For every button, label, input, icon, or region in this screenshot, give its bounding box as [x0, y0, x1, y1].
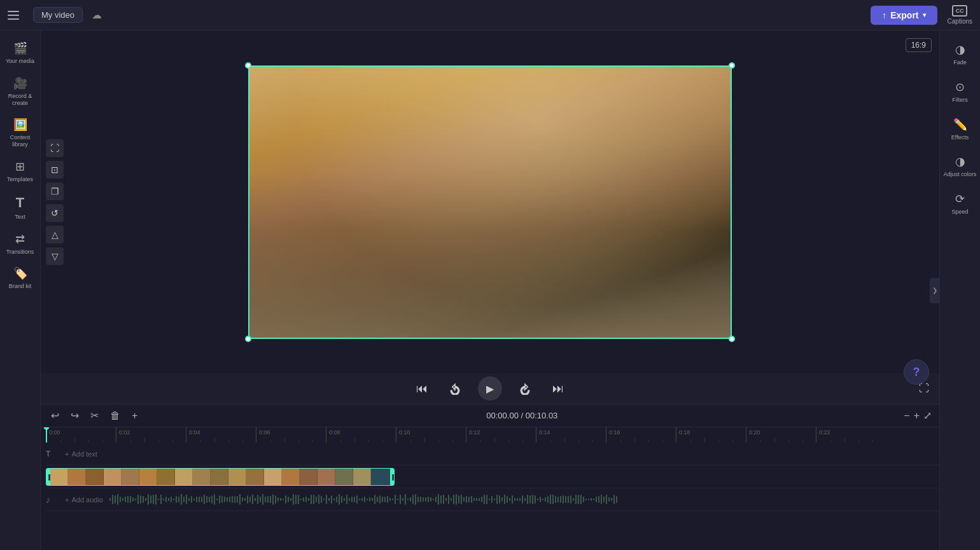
forward-button[interactable]: 5	[515, 378, 535, 399]
export-button[interactable]: ↑ Export ▾	[871, 6, 937, 25]
handle-top-right[interactable]	[729, 62, 735, 69]
clip-thumbnail	[50, 469, 68, 485]
effects-icon: ✏️	[953, 118, 967, 132]
waveform-bar	[364, 497, 365, 502]
waveform-bar	[239, 494, 241, 504]
speed-icon: ⟳	[955, 192, 965, 206]
waveform-bar	[570, 495, 571, 503]
clone-tool-btn[interactable]: ❐	[46, 182, 64, 200]
waveform-bar	[336, 497, 337, 503]
sidebar-item-record-create[interactable]: 🎥 Record & create	[0, 71, 40, 112]
crop-tool-btn[interactable]: ⊡	[46, 161, 64, 179]
flip-h-tool-btn[interactable]: △	[46, 226, 64, 244]
waveform-bar	[168, 498, 169, 501]
waveform-bar	[349, 498, 350, 500]
waveform-bar	[565, 496, 566, 504]
sidebar-item-text[interactable]: T Text	[0, 189, 40, 226]
waveform-bar	[221, 496, 223, 503]
waveform-bar	[606, 495, 607, 505]
flip-v-tool-btn[interactable]: ▽	[46, 247, 64, 265]
right-tool-speed[interactable]: ⟳ Speed	[940, 186, 980, 222]
waveform-bar	[333, 498, 335, 501]
zoom-out-button[interactable]: −	[904, 409, 909, 422]
right-tool-filters[interactable]: ⊙ Filters	[940, 74, 980, 110]
waveform-bar	[216, 498, 218, 500]
handle-top-left[interactable]	[245, 62, 251, 69]
fullscreen-tool-btn[interactable]: ⛶	[46, 139, 64, 157]
waveform-bar	[395, 495, 396, 504]
captions-button[interactable]: CC Captions	[948, 5, 972, 25]
undo-button[interactable]: ↩	[48, 408, 62, 423]
skip-to-start-button[interactable]: ⏮	[412, 378, 432, 399]
cloud-save-icon[interactable]: ☁	[88, 6, 106, 24]
add-text-button[interactable]: + Add text	[61, 449, 101, 459]
timeline-playhead[interactable]	[46, 427, 47, 443]
clip-handle-right[interactable]	[390, 469, 394, 485]
timeline-toolbar: ↩ ↪ ✂ 🗑 + 00:00.00 / 00:10.03 − + ⤢	[41, 404, 939, 427]
waveform-bar	[300, 498, 302, 500]
waveform-bar	[560, 496, 561, 503]
cc-icon: CC	[952, 5, 967, 17]
waveform-bar	[229, 497, 230, 502]
waveform-bar	[204, 495, 205, 504]
ruler-segment: 0:22	[816, 427, 886, 443]
timeline-area: ↩ ↪ ✂ 🗑 + 00:00.00 / 00:10.03 − + ⤢	[41, 404, 939, 550]
right-tool-fade[interactable]: ◑ Fade	[940, 36, 980, 72]
sidebar-item-your-media[interactable]: 🎬 Your media	[0, 36, 40, 70]
waveform-bar	[466, 496, 467, 502]
waveform-bar	[270, 496, 271, 503]
rewind-button[interactable]: 5	[445, 378, 465, 399]
skip-to-end-button[interactable]: ⏭	[548, 378, 568, 399]
waveform-bar	[351, 497, 353, 502]
delete-button[interactable]: 🗑	[108, 409, 123, 423]
rotate-tool-btn[interactable]: ↺	[46, 204, 64, 222]
right-tool-effects[interactable]: ✏️ Effects	[940, 111, 980, 148]
sidebar-item-brand-kit[interactable]: 🏷️ Brand kit	[0, 261, 40, 295]
add-media-button[interactable]: +	[129, 409, 140, 423]
waveform-bar	[412, 495, 414, 505]
sidebar-item-transitions[interactable]: ⇄ Transitions	[0, 227, 40, 261]
waveform-bar	[545, 497, 546, 502]
fullscreen-button[interactable]: ⛶	[919, 383, 929, 394]
waveform-bar	[507, 496, 508, 503]
waveform-bar	[456, 494, 457, 504]
clip-thumbnail	[300, 469, 318, 485]
waveform-bar	[484, 495, 485, 505]
handle-bottom-left[interactable]	[245, 336, 251, 342]
video-clip[interactable]	[46, 468, 395, 486]
cut-button[interactable]: ✂	[88, 408, 101, 423]
export-arrow-icon: ↑	[882, 10, 886, 20]
waveform-bar	[407, 498, 409, 501]
ruler-segment: 0:14	[536, 427, 606, 443]
help-button[interactable]: ?	[904, 359, 929, 385]
waveform-bar	[285, 495, 286, 504]
waveform-bar	[417, 497, 419, 503]
svg-text:5: 5	[524, 388, 526, 392]
right-tool-adjust-colors[interactable]: ◑ Adjust colors	[940, 148, 980, 184]
waveform-bar	[430, 497, 431, 502]
waveform-bar	[578, 495, 579, 504]
right-sidebar-collapse-button[interactable]: ❯	[930, 278, 940, 303]
zoom-in-button[interactable]: +	[914, 409, 920, 422]
waveform-bar	[598, 496, 599, 502]
sidebar-item-content-library[interactable]: 🖼️ Content library	[0, 113, 40, 153]
waveform-bar	[496, 495, 498, 504]
play-button[interactable]: ▶	[478, 376, 502, 401]
clip-thumbnail	[175, 469, 193, 485]
expand-timeline-button[interactable]: ⤢	[923, 409, 932, 422]
redo-button[interactable]: ↪	[68, 408, 81, 423]
waveform-bar	[112, 495, 113, 505]
waveform-bar	[400, 495, 401, 504]
preview-area: ⛶ ⊡ ❐ ↺ △ ▽	[41, 31, 939, 373]
waveform-bar	[468, 497, 470, 503]
clip-thumbnail	[228, 469, 246, 485]
video-title[interactable]: My video	[33, 7, 83, 23]
waveform-bar	[453, 495, 454, 504]
waveform-bar	[305, 497, 307, 503]
add-audio-button[interactable]: + Add audio	[61, 495, 107, 505]
waveform-bar	[150, 495, 151, 503]
menu-icon[interactable]	[8, 6, 25, 24]
audio-waveform	[107, 492, 939, 507]
sidebar-item-templates[interactable]: ⊞ Templates	[0, 155, 40, 188]
handle-bottom-right[interactable]	[729, 336, 735, 342]
